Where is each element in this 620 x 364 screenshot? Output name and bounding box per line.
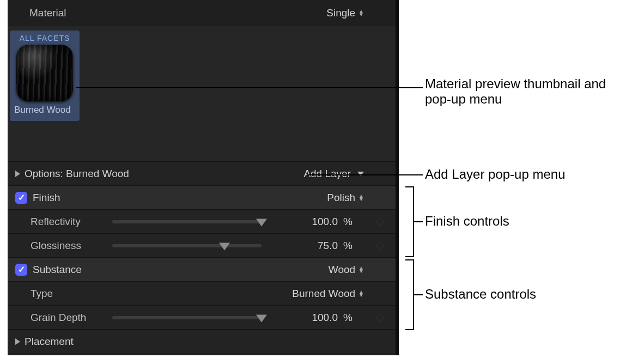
keyframe-icon[interactable] [376, 241, 385, 250]
callout-add-layer: Add Layer pop-up menu [425, 167, 566, 182]
keyframe-icon[interactable] [376, 313, 385, 322]
finish-type-value: Polish [327, 192, 355, 204]
glossiness-unit: % [343, 240, 358, 252]
callout-line [414, 221, 423, 222]
substance-subtype-value: Burned Wood [292, 288, 355, 300]
material-header: Material Single [8, 0, 396, 26]
finish-header-row: Finish Polish [8, 185, 396, 209]
callout-line [307, 174, 423, 175]
callout-thumbnail: Material preview thumbnail and pop-up me… [425, 76, 620, 107]
slider-thumb-icon[interactable] [256, 314, 267, 322]
substance-subtype-popup[interactable]: Burned Wood [292, 288, 364, 300]
material-mode-value: Single [326, 7, 355, 19]
slider-thumb-icon[interactable] [219, 242, 230, 250]
grain-depth-slider[interactable] [112, 316, 262, 319]
grain-depth-row: Grain Depth 100.0 % [8, 305, 396, 329]
glossiness-row: Glossiness 75.0 % [8, 233, 396, 257]
callout-finish: Finish controls [425, 214, 509, 229]
facet-card[interactable]: ALL FACETS Burned Wood [10, 31, 80, 121]
add-layer-label: Add Layer [303, 168, 351, 180]
grain-depth-label: Grain Depth [31, 312, 107, 324]
placement-row[interactable]: Placement [8, 329, 396, 353]
all-facets-label: ALL FACETS [13, 34, 76, 43]
bracket-icon [406, 186, 414, 257]
updown-icon [358, 290, 364, 297]
grain-depth-value[interactable]: 100.0 [272, 312, 338, 324]
updown-icon [358, 195, 364, 201]
keyframe-icon[interactable] [376, 217, 385, 226]
material-mode-popup[interactable]: Single [326, 7, 364, 19]
substance-checkbox[interactable] [15, 264, 27, 276]
callout-substance: Substance controls [425, 287, 536, 302]
glossiness-value[interactable]: 75.0 [272, 240, 338, 252]
options-row[interactable]: Options: Burned Wood Add Layer [8, 161, 396, 185]
type-label: Type [31, 288, 292, 300]
slider-thumb-icon[interactable] [256, 219, 267, 226]
callout-line [414, 294, 423, 295]
finish-type-popup[interactable]: Polish [327, 192, 364, 204]
material-label: Material [29, 7, 326, 19]
add-layer-popup[interactable]: Add Layer [303, 168, 364, 180]
facets-area: ALL FACETS Burned Wood [8, 26, 396, 161]
reflectivity-label: Reflectivity [31, 216, 107, 228]
reflectivity-value[interactable]: 100.0 [272, 216, 338, 228]
updown-icon [358, 266, 364, 273]
substance-type-value: Wood [329, 264, 355, 276]
grain-depth-unit: % [343, 312, 358, 324]
reflectivity-row: Reflectivity 100.0 % [8, 209, 396, 233]
substance-type-row: Type Burned Wood [8, 281, 396, 305]
disclosure-triangle-icon[interactable] [15, 338, 20, 345]
glossiness-slider[interactable] [112, 244, 262, 247]
reflectivity-slider[interactable] [112, 220, 262, 223]
placement-label: Placement [25, 336, 364, 348]
substance-label: Substance [33, 264, 329, 276]
options-label: Options: Burned Wood [25, 168, 303, 180]
finish-checkbox[interactable] [15, 192, 27, 204]
glossiness-label: Glossiness [31, 240, 107, 252]
substance-header-row: Substance Wood [8, 257, 396, 281]
callout-line [76, 87, 423, 88]
material-preview-thumbnail[interactable] [16, 45, 73, 101]
bracket-icon [406, 259, 414, 330]
updown-icon [358, 10, 364, 16]
reflectivity-unit: % [343, 216, 358, 228]
finish-label: Finish [33, 192, 327, 204]
substance-type-popup[interactable]: Wood [329, 264, 364, 276]
disclosure-triangle-icon[interactable] [15, 171, 20, 177]
material-name: Burned Wood [13, 105, 76, 116]
material-inspector: Material Single ALL FACETS Burned Wood O… [8, 0, 399, 355]
